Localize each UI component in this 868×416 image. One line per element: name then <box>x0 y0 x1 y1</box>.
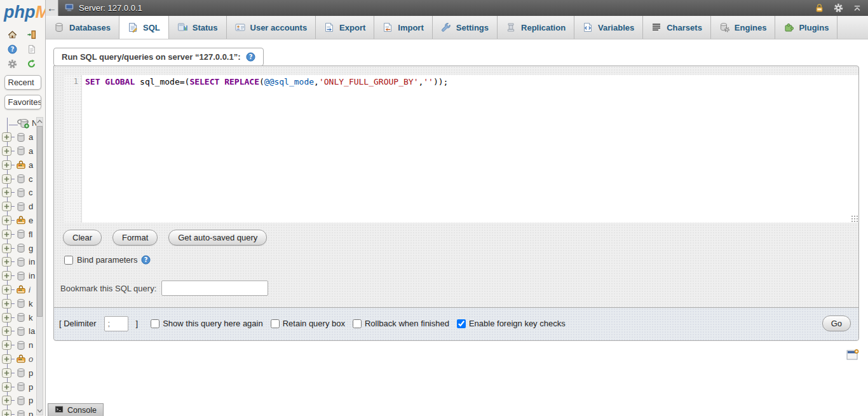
tree-item-n[interactable]: N <box>0 116 38 130</box>
help-icon[interactable]: ? <box>246 52 255 62</box>
home-icon[interactable] <box>6 28 19 41</box>
bind-parameters-checkbox[interactable] <box>64 256 73 265</box>
sql-query-text[interactable]: SET GLOBAL sql_mode=(SELECT REPLACE(@@sq… <box>82 75 448 223</box>
tree-item-p[interactable]: p <box>0 394 38 408</box>
tree-item-a[interactable]: a <box>0 130 38 144</box>
tab-export[interactable]: Export <box>316 16 374 39</box>
tree-item-label[interactable]: p <box>29 382 33 392</box>
bind-parameters-label[interactable]: Bind parameters <box>77 255 137 265</box>
delimiter-input[interactable] <box>104 316 128 331</box>
tree-item-label[interactable]: k <box>29 313 33 322</box>
tree-item-label[interactable]: p <box>29 368 33 378</box>
refresh-icon[interactable] <box>25 57 38 70</box>
expand-plus-icon[interactable] <box>2 396 11 405</box>
tree-item-label[interactable]: i <box>29 285 31 295</box>
tree-item-label[interactable]: la <box>29 326 35 336</box>
expand-plus-icon[interactable] <box>2 174 11 184</box>
favorites-dropdown[interactable]: Favorites <box>4 95 41 109</box>
expand-plus-icon[interactable] <box>2 146 11 156</box>
tree-item-a[interactable]: a <box>0 144 38 158</box>
tree-item-k[interactable]: k <box>0 296 38 310</box>
checkbox[interactable] <box>151 319 159 328</box>
expand-plus-icon[interactable] <box>2 354 11 364</box>
documentation-icon[interactable] <box>25 43 38 55</box>
expand-plus-icon[interactable] <box>2 368 11 378</box>
checkbox[interactable] <box>457 319 466 328</box>
ssl-lock-icon[interactable] <box>815 3 824 13</box>
go-button[interactable]: Go <box>822 315 851 331</box>
tree-item-label[interactable]: p <box>29 410 33 416</box>
format-button[interactable]: Format <box>112 230 158 246</box>
tab-plugins[interactable]: Plugins <box>775 16 837 39</box>
tab-user-accounts[interactable]: User accounts <box>227 16 316 39</box>
tab-settings[interactable]: Settings <box>433 16 498 39</box>
expand-plus-icon[interactable] <box>2 244 11 253</box>
tree-item-c[interactable]: c <box>0 172 38 186</box>
expand-plus-icon[interactable] <box>2 382 11 392</box>
tree-item-label[interactable]: fl <box>29 230 33 239</box>
tree-item-label[interactable]: d <box>29 202 33 211</box>
tree-item-label[interactable]: e <box>29 216 33 225</box>
checkbox-label[interactable]: Retain query box <box>283 319 345 328</box>
scroll-up-icon[interactable] <box>37 118 43 125</box>
scroll-down-icon[interactable] <box>37 407 43 415</box>
tree-item-g[interactable]: g <box>0 241 38 255</box>
settings-icon[interactable] <box>6 57 19 70</box>
collapse-navigation-button[interactable]: ← <box>46 0 58 16</box>
checkbox-label[interactable]: Rollback when finished <box>365 319 449 328</box>
tab-replication[interactable]: Replication <box>498 16 574 39</box>
help-icon[interactable]: ? <box>6 43 19 55</box>
expand-plus-icon[interactable] <box>2 271 11 281</box>
collapse-top-icon[interactable] <box>853 4 862 13</box>
tree-item-label[interactable]: in <box>29 257 35 267</box>
expand-plus-icon[interactable] <box>2 230 11 239</box>
tree-item-n[interactable]: n <box>0 338 38 352</box>
tree-item-label[interactable]: a <box>29 132 33 142</box>
tab-databases[interactable]: Databases <box>46 16 119 39</box>
sidebar-scrollbar[interactable] <box>36 117 43 415</box>
tree-item-label[interactable]: c <box>29 174 33 184</box>
tree-item-p[interactable]: p <box>0 380 38 394</box>
bookmark-input[interactable] <box>161 281 268 296</box>
get-auto-saved-query-button[interactable]: Get auto-saved query <box>168 230 267 246</box>
tree-item-d[interactable]: d <box>0 200 38 214</box>
tree-item-i[interactable]: i <box>0 283 38 297</box>
tree-item-label[interactable]: a <box>29 160 33 170</box>
checkbox-label[interactable]: Show this query here again <box>163 319 263 328</box>
tree-item-in[interactable]: in <box>0 255 38 269</box>
tree-item-label[interactable]: o <box>29 354 33 364</box>
expand-plus-icon[interactable] <box>2 340 11 350</box>
recent-dropdown[interactable]: Recent <box>4 75 41 90</box>
tab-import[interactable]: Import <box>374 16 432 39</box>
expand-plus-icon[interactable] <box>2 160 11 170</box>
tree-item-label[interactable]: g <box>29 244 33 253</box>
clear-button[interactable]: Clear <box>63 230 102 246</box>
help-icon[interactable]: ? <box>141 255 151 265</box>
expand-plus-icon[interactable] <box>2 202 11 211</box>
open-new-window-icon[interactable] <box>846 349 859 364</box>
expand-plus-icon[interactable] <box>2 132 11 142</box>
tree-item-label[interactable]: n <box>29 340 33 350</box>
tree-item-k[interactable]: k <box>0 310 38 324</box>
tree-item-o[interactable]: o <box>0 352 38 366</box>
phpmyadmin-logo[interactable]: phpMyAdmin <box>0 0 45 25</box>
scrollbar-thumb[interactable] <box>37 126 43 317</box>
expand-plus-icon[interactable] <box>2 299 11 309</box>
tree-item-label[interactable]: k <box>29 299 33 309</box>
checkbox[interactable] <box>271 319 280 328</box>
expand-plus-icon[interactable] <box>2 285 11 295</box>
tree-item-a[interactable]: a <box>0 158 38 172</box>
tree-item-e[interactable]: e <box>0 214 38 228</box>
expand-plus-icon[interactable] <box>2 326 11 336</box>
logout-icon[interactable] <box>25 28 38 41</box>
server-label[interactable]: Server: 127.0.0.1 <box>79 3 142 13</box>
expand-plus-icon[interactable] <box>2 188 11 197</box>
tree-item-in[interactable]: in <box>0 269 38 283</box>
tab-charsets[interactable]: Charsets <box>643 16 711 39</box>
checkbox[interactable] <box>353 319 362 328</box>
tree-item-fl[interactable]: fl <box>0 227 38 241</box>
tree-item-label[interactable]: c <box>29 188 33 197</box>
preferences-gear-icon[interactable] <box>834 3 843 13</box>
expand-plus-icon[interactable] <box>2 257 11 267</box>
console-toggle[interactable]: Console <box>48 403 104 416</box>
